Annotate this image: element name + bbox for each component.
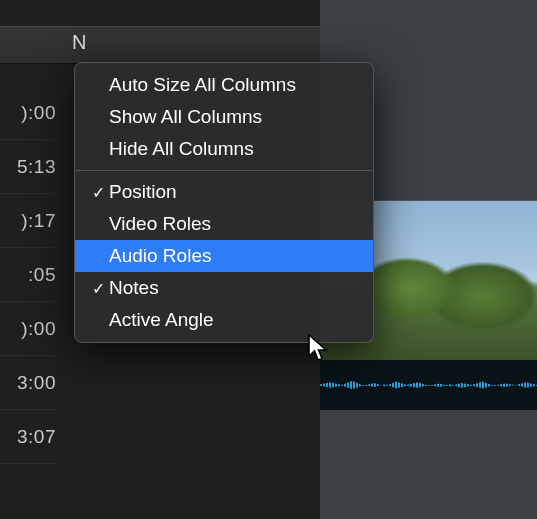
timecode-row[interactable]: 3:07 <box>0 410 58 464</box>
timecode-row[interactable]: ):00 <box>0 86 58 140</box>
timecode-value: 3:00 <box>17 372 58 394</box>
waveform-graphic <box>320 378 537 392</box>
menu-item-label: Hide All Columns <box>109 138 254 160</box>
timecode-value: ):00 <box>21 318 58 340</box>
timecode-row[interactable]: ):17 <box>0 194 58 248</box>
menu-item-label: Video Roles <box>109 213 211 235</box>
menu-section-actions: Auto Size All ColumnsShow All ColumnsHid… <box>75 69 373 165</box>
timecode-row[interactable]: :05 <box>0 248 58 302</box>
timecode-row[interactable]: 5:13 <box>0 140 58 194</box>
timecode-value: :05 <box>28 264 58 286</box>
menu-separator <box>76 170 372 171</box>
menu-item-label: Audio Roles <box>109 245 211 267</box>
menu-item-label: Active Angle <box>109 309 214 331</box>
menu-item-hide-all-columns[interactable]: Hide All Columns <box>75 133 373 165</box>
menu-item-audio-roles[interactable]: Audio Roles <box>75 240 373 272</box>
timecode-list: ):005:13):17:05):003:003:07 <box>0 86 58 464</box>
menu-item-show-all-columns[interactable]: Show All Columns <box>75 101 373 133</box>
checkmark-icon: ✓ <box>87 279 109 298</box>
column-context-menu: Auto Size All ColumnsShow All ColumnsHid… <box>74 62 374 343</box>
menu-item-auto-size-all-columns[interactable]: Auto Size All Columns <box>75 69 373 101</box>
timecode-value: ):00 <box>21 102 58 124</box>
timecode-row[interactable]: ):00 <box>0 302 58 356</box>
menu-item-label: Notes <box>109 277 159 299</box>
checkmark-icon: ✓ <box>87 183 109 202</box>
column-header-bar[interactable]: N <box>0 26 320 64</box>
menu-section-columns: ✓PositionVideo RolesAudio Roles✓NotesAct… <box>75 176 373 336</box>
column-header-fragment: N <box>72 31 86 54</box>
menu-item-label: Position <box>109 181 177 203</box>
timecode-row[interactable]: 3:00 <box>0 356 58 410</box>
menu-item-video-roles[interactable]: Video Roles <box>75 208 373 240</box>
timecode-value: ):17 <box>21 210 58 232</box>
timecode-value: 3:07 <box>17 426 58 448</box>
menu-item-label: Show All Columns <box>109 106 262 128</box>
menu-item-label: Auto Size All Columns <box>109 74 296 96</box>
timecode-value: 5:13 <box>17 156 58 178</box>
menu-item-active-angle[interactable]: Active Angle <box>75 304 373 336</box>
clip-waveform[interactable] <box>320 360 537 410</box>
menu-item-notes[interactable]: ✓Notes <box>75 272 373 304</box>
menu-item-position[interactable]: ✓Position <box>75 176 373 208</box>
